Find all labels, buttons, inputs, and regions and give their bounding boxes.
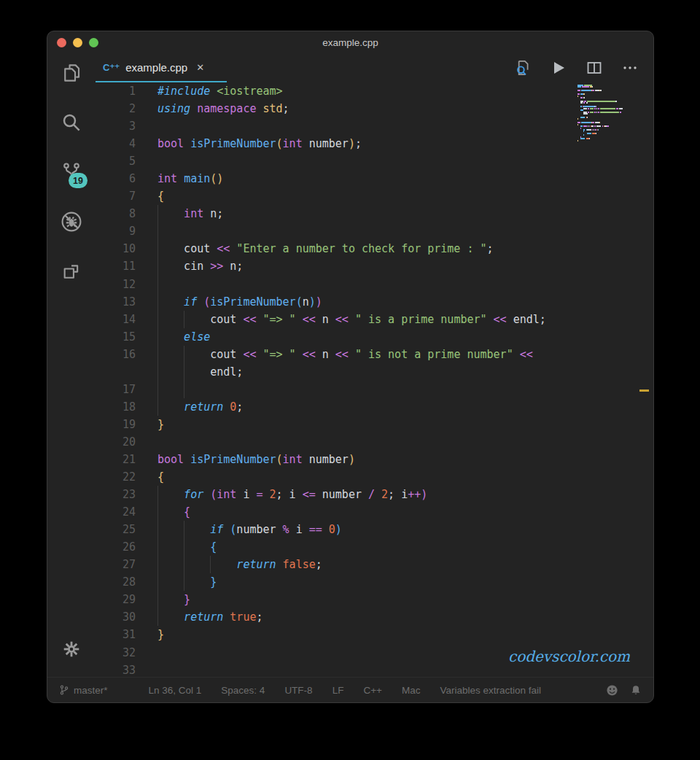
explorer-icon[interactable] [60, 61, 83, 85]
code-token: ) [349, 453, 355, 466]
tab-example-cpp[interactable]: C⁺⁺ example.cpp ✕ [96, 53, 227, 82]
line-number: 14 [96, 311, 136, 328]
indent-guides [158, 276, 184, 293]
code-token: ) [349, 137, 355, 150]
status-item[interactable]: LF [332, 685, 344, 696]
code-line[interactable]: 20 [96, 433, 653, 451]
feedback-smiley-icon[interactable] [606, 684, 618, 697]
more-actions-icon[interactable] [621, 59, 639, 77]
code-token: ) [335, 523, 342, 536]
status-item[interactable]: C++ [363, 685, 382, 696]
code-token: bool [158, 137, 184, 150]
code-line[interactable]: 22{ [96, 468, 653, 486]
code-line[interactable]: 16cout << "=> " << n << " is not a prime… [96, 346, 653, 381]
run-button[interactable] [550, 59, 567, 77]
git-branch-status[interactable]: master* [47, 684, 108, 696]
code-token: " is a prime number" [355, 313, 487, 326]
find-in-file-icon[interactable] [513, 58, 532, 77]
extensions-icon[interactable] [60, 260, 83, 283]
code-token: cin [184, 260, 210, 273]
code-token: ( [276, 137, 283, 150]
line-number: 8 [96, 205, 136, 222]
indent-guides [158, 222, 184, 240]
code-line[interactable]: 6int main() [96, 170, 653, 187]
code-token: isPrimeNumber [190, 453, 276, 466]
code-token: endl; [210, 365, 243, 379]
code-line[interactable]: 1#include <iostream> [96, 82, 653, 100]
code-line[interactable]: 8int n; [96, 205, 653, 222]
status-item[interactable]: Spaces: 4 [221, 685, 265, 696]
line-number: 33 [96, 662, 136, 677]
code-token [177, 172, 184, 185]
code-line[interactable]: 17 [96, 381, 653, 398]
code-line[interactable]: 23for (int i = 2; i <= number / 2; i++) [96, 486, 653, 503]
code-line[interactable]: 14cout << "=> " << n << " is a prime num… [96, 311, 653, 328]
code-token: cout [184, 242, 217, 255]
code-token: namespace [197, 102, 256, 115]
code-line[interactable]: 10cout << "Enter a number to check for p… [96, 240, 653, 257]
code-token: if [184, 295, 197, 309]
minimap[interactable] [578, 85, 642, 145]
code-line[interactable]: 12 [96, 276, 653, 293]
line-number: 21 [96, 451, 136, 468]
code-line[interactable]: 19} [96, 416, 653, 433]
code-line[interactable]: 27return false; [96, 556, 653, 573]
code-line[interactable]: 30return true; [96, 608, 653, 626]
cpp-file-icon: C⁺⁺ [103, 62, 120, 73]
code-line[interactable]: 4bool isPrimeNumber(int number); [96, 135, 653, 152]
line-number: 24 [96, 503, 136, 521]
code-token: " is not a prime number" [355, 348, 513, 361]
code-token: int [184, 207, 203, 220]
code-lines[interactable]: 1#include <iostream>2using namespace std… [96, 82, 653, 677]
code-token: if [210, 523, 223, 536]
code-token: false [283, 558, 316, 571]
line-number: 30 [96, 608, 136, 626]
window-titlebar: example.cpp [47, 31, 653, 53]
tab-close-icon[interactable]: ✕ [196, 62, 204, 73]
code-line[interactable]: 15else [96, 328, 653, 346]
debug-disabled-icon[interactable] [60, 210, 83, 233]
code-line[interactable]: 31} [96, 626, 653, 643]
code-line[interactable]: 28} [96, 573, 653, 591]
code-line[interactable]: 29} [96, 591, 653, 608]
code-line[interactable]: 13if (isPrimeNumber(n)) [96, 293, 653, 311]
split-editor-icon[interactable] [586, 59, 603, 77]
status-item[interactable]: Mac [402, 685, 421, 696]
code-editor[interactable]: 1#include <iostream>2using namespace std… [96, 82, 653, 677]
code-line[interactable]: 9 [96, 222, 653, 240]
code-token: int [283, 453, 303, 466]
code-line[interactable]: 21bool isPrimeNumber(int number) [96, 451, 653, 468]
code-token: n; [230, 260, 243, 273]
code-token [197, 295, 203, 309]
scm-badge: 19 [69, 173, 88, 188]
code-line[interactable]: 24{ [96, 503, 653, 521]
line-number: 5 [96, 152, 136, 170]
code-line[interactable]: 5 [96, 152, 653, 170]
settings-gear-icon[interactable] [60, 637, 83, 661]
code-line[interactable]: 7{ [96, 187, 653, 205]
indent-guides [158, 328, 184, 346]
status-item[interactable]: Ln 36, Col 1 [149, 685, 202, 696]
code-line[interactable]: 25if (number % i == 0) [96, 521, 653, 538]
code-line[interactable]: 3 [96, 117, 653, 135]
source-control-icon[interactable]: 19 [60, 160, 83, 184]
line-number: 1 [96, 82, 136, 100]
code-token: % [283, 523, 296, 536]
status-item[interactable]: Variables extraction fail [440, 685, 541, 696]
status-item[interactable]: UTF-8 [284, 685, 312, 696]
line-number: 20 [96, 433, 136, 451]
line-number: 7 [96, 187, 136, 205]
indent-guides [158, 556, 236, 573]
code-token [190, 102, 197, 115]
code-token: ; [236, 400, 243, 414]
code-token: endl; [513, 313, 546, 326]
code-line[interactable]: 11cin >> n; [96, 257, 653, 275]
code-token: } [184, 593, 190, 606]
code-line[interactable]: 26{ [96, 538, 653, 556]
code-token: ; [487, 242, 494, 255]
overview-ruler-mark [639, 389, 649, 392]
code-line[interactable]: 2using namespace std; [96, 100, 653, 117]
notifications-bell-icon[interactable] [630, 684, 642, 697]
search-icon[interactable] [60, 111, 83, 134]
code-line[interactable]: 18return 0; [96, 398, 653, 416]
